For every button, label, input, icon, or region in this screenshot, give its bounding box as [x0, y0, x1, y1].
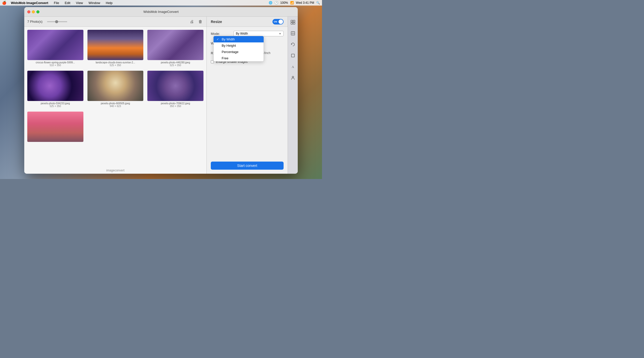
delete-icon[interactable]: 🗑 [197, 19, 203, 24]
photo-thumb-1 [27, 30, 83, 60]
mode-dropdown[interactable]: By Width ▼ [234, 31, 284, 36]
mode-row: Mode: By Width ▼ ✓ By Width [211, 31, 284, 36]
photo-item-5[interactable]: pexels-photo-669505.jpeg 940 × 623 [87, 71, 144, 108]
mode-control: By Width ▼ ✓ By Width [234, 31, 284, 36]
photo-panel: 7 Photo(s) 🖨 🗑 crocus-flower-spring-purp… [24, 17, 207, 174]
mode-selected-value: By Width [236, 32, 248, 35]
traffic-lights [27, 10, 39, 13]
mode-option-label-1: By Width [222, 37, 235, 41]
settings-title: Resize [211, 20, 270, 24]
menubar-battery: 100% [280, 1, 288, 5]
photo-toolbar: 7 Photo(s) 🖨 🗑 [24, 17, 206, 27]
minimize-button[interactable] [32, 10, 35, 13]
photo-name-5: pexels-photo-669505.jpeg [101, 102, 130, 105]
photo-name-3: pexels-photo-446280.jpeg [161, 61, 190, 64]
photo-item-2[interactable]: landscape-clouds-trees-sunrise-2... 525 … [87, 30, 144, 67]
menu-window[interactable]: Window [87, 1, 101, 5]
menubar-time: Wed 3:41 PM [296, 1, 314, 5]
transform-icon[interactable] [289, 30, 296, 37]
slider-thumb [55, 20, 58, 23]
menu-file[interactable]: File [53, 1, 60, 5]
settings-panel: Resize ON Mode: By Width ▼ [207, 17, 288, 174]
photo-name-4: pexels-photo-594233.jpeg [41, 102, 70, 105]
photo-item-7[interactable] [27, 112, 83, 143]
crop-icon[interactable] [289, 52, 296, 59]
photo-size-1: 510 × 350 [50, 64, 61, 67]
right-sidebar: A [288, 17, 298, 174]
photo-name-2: landscape-clouds-trees-sunrise-2... [96, 61, 135, 64]
mode-option-by-height[interactable]: By Height [214, 42, 264, 49]
checkmark-icon: ✓ [217, 38, 220, 41]
menu-help[interactable]: Help [105, 1, 114, 5]
mode-option-label-2: By Height [222, 44, 236, 47]
main-window: WidsMob ImageConvert 7 Photo(s) 🖨 🗑 [24, 7, 298, 174]
photo-name-6: pexels-photo-709622.jpeg [161, 102, 190, 105]
maximize-button[interactable] [36, 10, 39, 13]
menubar-left: 🍎 WidsMob ImageConvert File Edit View Wi… [2, 1, 113, 5]
resize-toggle[interactable]: ON [272, 19, 284, 24]
photo-thumb-2 [87, 30, 144, 60]
close-button[interactable] [27, 10, 30, 13]
dropdown-arrow-icon: ▼ [279, 32, 281, 35]
photo-item-4[interactable]: pexels-photo-594233.jpeg 525 × 350 [27, 71, 83, 108]
mode-option-free[interactable]: Free [214, 55, 264, 61]
photo-size-5: 940 × 623 [110, 105, 121, 108]
mode-option-percentage[interactable]: Percentage [214, 49, 264, 55]
size-slider[interactable] [47, 21, 67, 22]
photo-thumb-5 [87, 71, 144, 101]
printer-icon[interactable]: 🖨 [189, 19, 195, 24]
svg-rect-13 [291, 54, 294, 57]
photo-item-3[interactable]: pexels-photo-446280.jpeg 525 × 350 [147, 30, 203, 67]
svg-rect-7 [293, 20, 295, 22]
mode-option-label-3: Percentage [222, 50, 239, 54]
photo-thumb-6 [147, 71, 203, 101]
photo-thumb-7 [27, 112, 83, 142]
photo-item-1[interactable]: crocus-flower-spring-purple-5999... 510 … [27, 30, 83, 67]
content-area: 7 Photo(s) 🖨 🗑 crocus-flower-spring-purp… [24, 17, 298, 174]
photo-name-1: crocus-flower-spring-purple-5999... [36, 61, 75, 64]
photo-size-6: 350 × 350 [170, 105, 181, 108]
bottom-label: imageconvert [24, 168, 206, 174]
window-title: WidsMob ImageConvert [143, 10, 178, 14]
grid-view-icon[interactable] [289, 19, 296, 26]
photo-thumb-3 [147, 30, 203, 60]
text-icon[interactable]: A [289, 63, 296, 70]
menubar-search-icon[interactable]: 🔍 [316, 1, 320, 5]
toggle-label: ON [274, 20, 277, 23]
svg-rect-8 [291, 22, 293, 24]
toggle-knob [279, 19, 283, 24]
settings-spacer [211, 68, 284, 158]
mode-dropdown-menu: ✓ By Width By Height Percentage [213, 36, 264, 62]
menubar-wifi-icon: 📶 [290, 1, 294, 5]
photo-size-3: 525 × 350 [170, 64, 181, 67]
apple-menu[interactable]: 🍎 [2, 1, 6, 5]
svg-point-15 [292, 76, 294, 78]
start-convert-button[interactable]: Start convert [211, 162, 284, 170]
photo-grid: crocus-flower-spring-purple-5999... 510 … [24, 27, 206, 168]
settings-content: Mode: By Width ▼ ✓ By Width [207, 27, 288, 162]
mode-option-by-width[interactable]: ✓ By Width [214, 36, 264, 42]
svg-text:A: A [292, 65, 294, 69]
settings-header: Resize ON [207, 17, 288, 27]
mode-label: Mode: [211, 32, 231, 36]
photo-size-4: 525 × 350 [50, 105, 61, 108]
svg-rect-9 [293, 22, 295, 24]
mode-option-label-4: Free [222, 56, 228, 60]
menu-view[interactable]: View [75, 1, 84, 5]
svg-rect-6 [291, 20, 293, 22]
titlebar: WidsMob ImageConvert [24, 7, 298, 17]
menubar-globe-icon: 🌐 [269, 1, 272, 5]
menubar-time-machine-icon: 🕐 [274, 1, 278, 5]
photo-thumb-4 [27, 71, 83, 101]
photo-size-2: 525 × 350 [110, 64, 121, 67]
menu-app-name[interactable]: WidsMob ImageConvert [10, 1, 49, 5]
person-icon[interactable] [289, 74, 296, 81]
menubar-right: 🌐 🕐 100% 📶 Wed 3:41 PM 🔍 [269, 1, 320, 5]
menubar: 🍎 WidsMob ImageConvert File Edit View Wi… [0, 0, 322, 6]
photo-item-6[interactable]: pexels-photo-709622.jpeg 350 × 350 [147, 71, 203, 108]
menu-edit[interactable]: Edit [64, 1, 71, 5]
rotate-icon[interactable] [289, 41, 296, 48]
photo-count: 7 Photo(s) [27, 20, 42, 23]
